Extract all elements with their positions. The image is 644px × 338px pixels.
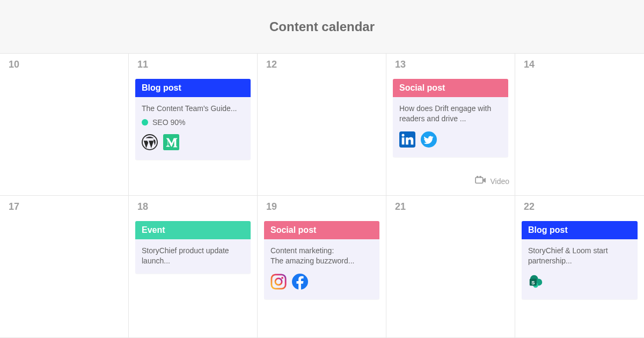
day-number: 13 [391,59,510,76]
day-number: 11 [133,59,253,76]
card-title: StoryChief & Loom start partnership... [528,246,631,266]
calendar-cell[interactable]: 18 Event StoryChief product update launc… [129,196,258,338]
calendar-cell[interactable]: 14 [515,54,644,196]
card-type-label: Event [135,221,251,239]
day-number: 10 [4,59,124,76]
calendar-cell[interactable]: 12 [258,54,386,196]
sharepoint-icon: S [528,274,544,292]
linkedin-icon [399,131,415,150]
svg-rect-1 [163,134,179,150]
card-title: The Content Team's Guide... [142,104,244,114]
app-header: Content calendar [0,0,644,54]
channel-icons: S [528,274,631,292]
calendar-cell[interactable]: 13 Social post How does Drift engage wit… [386,54,515,196]
calendar-grid: 10 11 Blog post The Content Team's Guide… [0,54,644,338]
seo-dot-icon [142,119,148,126]
card-type-label: Social post [264,221,379,239]
card-type-label: Blog post [135,79,251,97]
video-icon [475,175,487,187]
card-body: How does Drift engage with readers and d… [393,97,508,157]
channel-icons [142,134,244,152]
extra-label: Video [490,177,509,186]
seo-badge: SEO 90% [142,118,244,127]
medium-icon [163,134,179,152]
day-number: 22 [519,201,640,218]
app-frame: Content calendar 10 11 Blog post The Con… [0,0,644,338]
card-body: StoryChief & Loom start partnership... S [522,239,638,299]
svg-rect-3 [402,137,405,144]
day-number: 17 [4,201,124,218]
day-number: 18 [133,201,253,218]
calendar-card[interactable]: Blog post StoryChief & Loom start partne… [522,221,638,299]
page-title: Content calendar [269,19,375,34]
channel-icons [399,131,502,150]
calendar-cell[interactable]: 17 [0,196,129,338]
calendar-card[interactable]: Event StoryChief product update launch..… [135,221,251,274]
svg-point-7 [477,176,479,178]
calendar-cell[interactable]: 10 [0,54,129,196]
card-body: StoryChief product update launch... [135,239,251,274]
svg-point-10 [275,278,282,285]
extra-content-tag[interactable]: Video [475,175,509,187]
svg-point-11 [281,277,283,279]
calendar-card[interactable]: Social post Content marketing: The amazi… [264,221,379,299]
facebook-icon [292,274,308,292]
svg-point-8 [480,176,482,178]
svg-rect-9 [272,275,286,289]
day-number: 12 [262,59,382,76]
instagram-icon [270,274,287,292]
seo-label: SEO 90% [152,118,185,127]
card-title: Content marketing: The amazing buzzword.… [270,246,373,266]
channel-icons [270,274,373,292]
card-title: How does Drift engage with readers and d… [399,104,502,124]
calendar-cell[interactable]: 22 Blog post StoryChief & Loom start par… [515,196,644,338]
card-type-label: Blog post [522,221,638,239]
wordpress-icon [142,134,158,152]
calendar-card[interactable]: Social post How does Drift engage with r… [393,79,508,157]
card-body: The Content Team's Guide... SEO 90% [135,97,251,160]
svg-point-4 [402,134,405,136]
day-number: 21 [391,201,510,218]
calendar-cell[interactable]: 21 [386,196,515,338]
card-body: Content marketing: The amazing buzzword.… [264,239,379,299]
day-number: 19 [262,201,382,218]
card-type-label: Social post [393,79,508,97]
calendar-card[interactable]: Blog post The Content Team's Guide... SE… [135,79,251,160]
calendar-cell[interactable]: 11 Blog post The Content Team's Guide...… [129,54,258,196]
calendar-cell[interactable]: 19 Social post Content marketing: The am… [258,196,386,338]
card-title: StoryChief product update launch... [142,246,244,266]
svg-rect-6 [476,178,484,183]
twitter-icon [421,131,437,150]
svg-text:S: S [531,280,535,285]
day-number: 14 [519,59,640,76]
